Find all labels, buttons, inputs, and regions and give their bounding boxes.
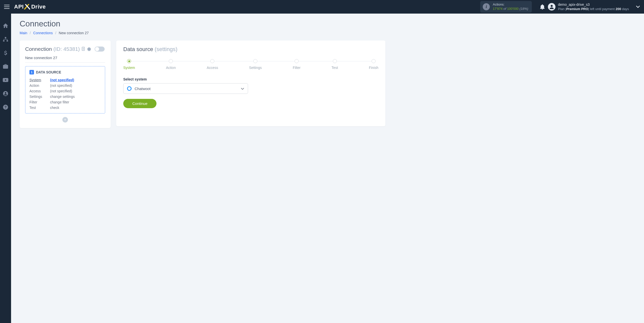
connection-header: Connection (ID: 45381) xyxy=(25,46,105,52)
ds-row-system-key[interactable]: System xyxy=(29,78,50,82)
continue-button[interactable]: Continue xyxy=(123,99,156,108)
connection-id: (ID: 45381) xyxy=(53,46,80,52)
sidebar-item-billing[interactable] xyxy=(0,50,11,56)
stepper: System Action Access Settings Filter Tes… xyxy=(123,59,378,70)
connection-name: New connection 27 xyxy=(25,56,105,63)
step-finish[interactable]: Finish xyxy=(369,59,378,70)
chevron-down-icon xyxy=(241,86,244,91)
ds-row-action-key: Action xyxy=(29,84,50,88)
ds-rows: System (not specified) Action (not speci… xyxy=(29,78,101,110)
menu-toggle[interactable] xyxy=(4,5,10,9)
copy-icon[interactable] xyxy=(81,47,85,51)
connection-toggle[interactable] xyxy=(95,47,105,52)
ds-row-test-key: Test xyxy=(29,106,50,110)
step-test[interactable]: Test xyxy=(332,59,338,70)
step-filter[interactable]: Filter xyxy=(293,59,301,70)
select-system-dropdown[interactable]: Chatwoot xyxy=(123,83,248,94)
sidebar-item-video[interactable] xyxy=(0,77,11,83)
actions-value: 17'974 of 100'000 (18%) xyxy=(493,7,528,11)
chatwoot-icon xyxy=(127,86,132,91)
gear-icon[interactable] xyxy=(87,47,91,51)
step-access[interactable]: Access xyxy=(207,59,218,70)
ds-row-access-val: (not specified) xyxy=(50,89,101,93)
sidebar-item-connections[interactable] xyxy=(0,36,11,42)
step-system[interactable]: System xyxy=(123,59,135,70)
page-title: Connection xyxy=(20,19,635,28)
actions-label: Actions: xyxy=(493,3,528,7)
ds-row-filter-key: Filter xyxy=(29,100,50,104)
svg-text:?: ? xyxy=(5,105,7,109)
notifications-button[interactable] xyxy=(540,4,545,10)
ds-row-settings-val: change settings xyxy=(50,95,101,99)
ds-title: DATA SOURCE xyxy=(36,70,61,74)
sidebar: ? xyxy=(0,14,11,323)
select-system-label: Select system xyxy=(123,77,378,81)
data-source-box: 1 DATA SOURCE System (not specified) Act… xyxy=(25,66,105,113)
breadcrumb: Main / Connections / New connection 27 xyxy=(20,31,635,35)
ds-row-filter-val: change filter xyxy=(50,100,101,104)
breadcrumb-connections[interactable]: Connections xyxy=(33,31,53,35)
breadcrumb-current: New connection 27 xyxy=(59,31,89,35)
logo[interactable]: API Drive xyxy=(14,4,46,10)
select-value: Chatwoot xyxy=(135,87,238,91)
logo-text-left: API xyxy=(14,4,24,10)
ds-row-access-key: Access xyxy=(29,89,50,93)
user-menu[interactable]: demo_apix-drive_s3 Plan |Premium PRO| le… xyxy=(548,2,629,11)
chevron-down-icon[interactable] xyxy=(636,5,640,9)
breadcrumb-main[interactable]: Main xyxy=(20,31,27,35)
info-icon: i xyxy=(483,3,490,10)
connection-panel: Connection (ID: 45381) New connection 27… xyxy=(20,41,111,128)
logo-x-icon xyxy=(24,4,31,10)
svg-rect-2 xyxy=(3,40,5,42)
sidebar-item-home[interactable] xyxy=(0,23,11,29)
ds-row-test-val: check xyxy=(50,106,101,110)
sidebar-item-help[interactable]: ? xyxy=(0,104,11,110)
svg-rect-1 xyxy=(5,37,6,38)
actions-counter[interactable]: i Actions: 17'974 of 100'000 (18%) xyxy=(480,1,532,13)
step-action[interactable]: Action xyxy=(166,59,176,70)
svg-point-6 xyxy=(5,92,6,94)
ds-row-settings-key: Settings xyxy=(29,95,50,99)
sidebar-item-account[interactable] xyxy=(0,91,11,97)
step-settings[interactable]: Settings xyxy=(249,59,262,70)
add-destination-button[interactable]: + xyxy=(62,117,68,123)
ds-heading: Data source (settings) xyxy=(123,46,378,53)
main-content: Connection Main / Connections / New conn… xyxy=(11,14,644,323)
user-plan: Plan |Premium PRO| left until payment 20… xyxy=(558,7,629,11)
svg-rect-3 xyxy=(7,40,8,42)
ds-badge: 1 xyxy=(29,70,34,74)
data-source-panel: Data source (settings) System Action Acc… xyxy=(116,41,385,126)
logo-text-right: Drive xyxy=(31,4,46,10)
user-name: demo_apix-drive_s3 xyxy=(558,2,629,7)
svg-point-0 xyxy=(551,5,553,7)
topbar: API Drive i Actions: 17'974 of 100'000 (… xyxy=(0,0,644,14)
sidebar-item-briefcase[interactable] xyxy=(0,63,11,69)
ds-row-system-val[interactable]: (not specified) xyxy=(50,78,101,82)
ds-row-action-val: (not specified) xyxy=(50,84,101,88)
avatar-icon xyxy=(548,3,555,11)
